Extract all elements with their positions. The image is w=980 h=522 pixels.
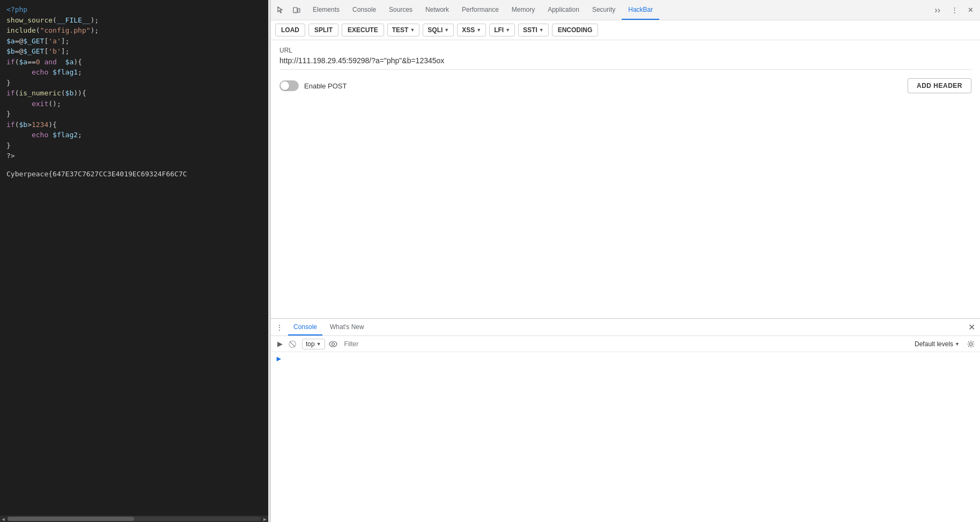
console-context-label: top bbox=[306, 340, 315, 348]
tab-sources[interactable]: Sources bbox=[382, 0, 419, 20]
sqli-dropdown[interactable]: SQLI ▼ bbox=[423, 24, 454, 36]
console-menu-icon[interactable]: ⋮ bbox=[273, 321, 286, 334]
ssti-dropdown[interactable]: SSTI ▼ bbox=[518, 24, 549, 36]
xss-dropdown[interactable]: XSS ▼ bbox=[457, 24, 486, 36]
enable-post-row: Enable POST ADD HEADER bbox=[279, 78, 971, 93]
tab-application[interactable]: Application bbox=[541, 0, 586, 20]
console-settings-btn[interactable] bbox=[965, 338, 977, 350]
console-levels-select[interactable]: Default levels ▼ bbox=[911, 339, 963, 349]
tab-whats-new[interactable]: What's New bbox=[325, 319, 370, 335]
tab-console[interactable]: Console bbox=[346, 0, 382, 20]
hackbar-toolbar: LOAD SPLIT EXECUTE TEST ▼ SQLI ▼ XSS ▼ L… bbox=[271, 20, 980, 40]
levels-label: Default levels bbox=[915, 340, 953, 348]
console-eye-btn[interactable] bbox=[327, 338, 339, 350]
enable-post-left: Enable POST bbox=[279, 80, 347, 91]
load-button[interactable]: LOAD bbox=[275, 24, 305, 36]
enable-post-label: Enable POST bbox=[304, 82, 347, 90]
tab-elements[interactable]: Elements bbox=[306, 0, 346, 20]
url-label: URL bbox=[279, 47, 971, 54]
inspect-icon[interactable] bbox=[273, 3, 288, 18]
php-code: <?php show_source(__FILE__); include("co… bbox=[6, 4, 262, 161]
console-prompt[interactable]: ► bbox=[275, 354, 976, 363]
console-execute-btn[interactable]: ▶ bbox=[274, 338, 286, 350]
sqli-dropdown-arrow: ▼ bbox=[444, 27, 449, 33]
execute-button[interactable]: EXECUTE bbox=[342, 24, 384, 36]
encoding-button[interactable]: ENCODING bbox=[552, 24, 599, 36]
device-toggle-icon[interactable] bbox=[289, 3, 304, 18]
url-value[interactable]: http://111.198.29.45:59298/?a="php"&b=12… bbox=[279, 56, 971, 70]
scroll-right-arrow[interactable]: ▶ bbox=[262, 516, 268, 522]
split-button[interactable]: SPLIT bbox=[308, 24, 338, 36]
devtools-navbar: Elements Console Sources Network Perform… bbox=[271, 0, 980, 20]
scroll-track[interactable] bbox=[8, 517, 261, 521]
svg-point-3 bbox=[329, 341, 337, 347]
code-panel: <?php show_source(__FILE__); include("co… bbox=[0, 0, 268, 522]
console-close-button[interactable]: ✕ bbox=[965, 321, 978, 334]
svg-point-2 bbox=[295, 11, 296, 12]
console-clear-btn[interactable]: ⃠ bbox=[288, 338, 300, 350]
svg-point-4 bbox=[331, 342, 334, 345]
horizontal-scrollbar[interactable]: ◀ ▶ bbox=[0, 516, 268, 522]
test-dropdown[interactable]: TEST ▼ bbox=[387, 24, 420, 36]
devtools-tabs: Elements Console Sources Network Perform… bbox=[306, 0, 930, 20]
hackbar-content: URL http://111.198.29.45:59298/?a="php"&… bbox=[271, 40, 980, 318]
console-toolbar: ▶ ⃠ top ▼ Default levels ▼ bbox=[271, 336, 980, 352]
scroll-thumb[interactable] bbox=[8, 517, 134, 521]
svg-rect-1 bbox=[298, 9, 300, 12]
tab-memory[interactable]: Memory bbox=[505, 0, 541, 20]
console-body: ► bbox=[271, 352, 980, 522]
context-arrow: ▼ bbox=[316, 341, 321, 347]
ssti-dropdown-arrow: ▼ bbox=[539, 27, 544, 33]
console-tabs-bar: ⋮ Console What's New ✕ bbox=[271, 319, 980, 336]
enable-post-toggle[interactable] bbox=[279, 80, 299, 91]
devtools-close-button[interactable]: ✕ bbox=[963, 3, 978, 18]
tab-security[interactable]: Security bbox=[586, 0, 622, 20]
lfi-dropdown-arrow: ▼ bbox=[505, 27, 510, 33]
tab-hackbar[interactable]: HackBar bbox=[622, 0, 659, 20]
tab-network[interactable]: Network bbox=[419, 0, 455, 20]
tab-performance[interactable]: Performance bbox=[455, 0, 505, 20]
levels-arrow: ▼ bbox=[955, 341, 960, 347]
svg-point-5 bbox=[970, 342, 972, 345]
xss-dropdown-arrow: ▼ bbox=[476, 27, 481, 33]
devtools-nav-right: ⋮ ✕ bbox=[947, 3, 978, 18]
devtools-panel: Elements Console Sources Network Perform… bbox=[270, 0, 980, 522]
bottom-console: ⋮ Console What's New ✕ ▶ ⃠ top ▼ bbox=[271, 318, 980, 522]
devtools-more-options[interactable]: ⋮ bbox=[947, 3, 962, 18]
lfi-dropdown[interactable]: LFI ▼ bbox=[489, 24, 515, 36]
prompt-arrow: ► bbox=[275, 354, 283, 363]
test-dropdown-arrow: ▼ bbox=[410, 27, 415, 33]
scroll-left-arrow[interactable]: ◀ bbox=[0, 516, 6, 522]
add-header-button[interactable]: ADD HEADER bbox=[908, 78, 971, 93]
more-tabs-button[interactable]: ›› bbox=[930, 5, 945, 15]
devtools-icons bbox=[273, 3, 304, 18]
flag-text: Cyberpeace{647E37C7627CC3E4019EC69324F66… bbox=[6, 170, 262, 178]
console-filter-input[interactable] bbox=[341, 339, 909, 349]
console-context-select[interactable]: top ▼ bbox=[302, 339, 325, 349]
tab-console-bottom[interactable]: Console bbox=[288, 319, 322, 335]
toggle-knob bbox=[281, 81, 289, 90]
